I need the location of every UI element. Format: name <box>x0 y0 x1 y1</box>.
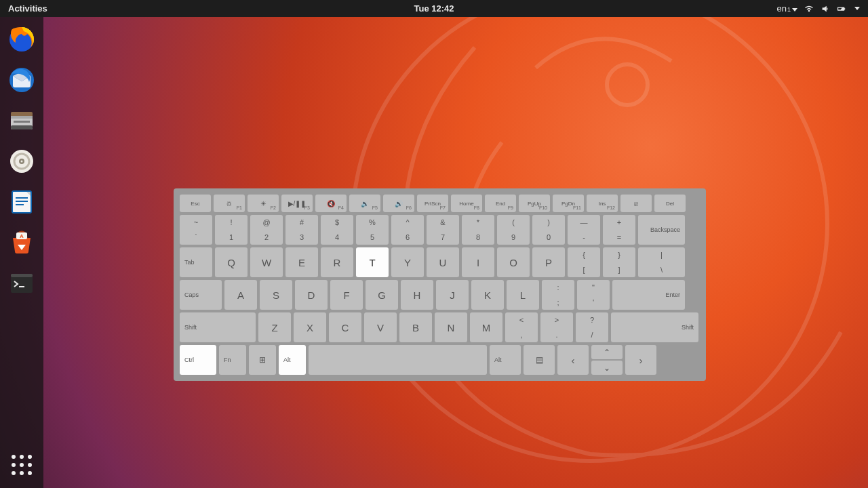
key-b[interactable]: B <box>399 312 432 342</box>
key-v[interactable]: V <box>364 312 397 342</box>
system-menu-chevron-icon[interactable] <box>854 7 860 10</box>
input-method-indicator[interactable]: en1 <box>777 3 797 14</box>
key-=[interactable]: += <box>603 215 635 245</box>
key-t[interactable]: T <box>356 247 389 277</box>
key-;[interactable]: :; <box>542 280 574 310</box>
dock-app-terminal[interactable] <box>6 268 37 299</box>
key-d[interactable]: D <box>295 280 328 310</box>
key-u[interactable]: U <box>427 247 459 277</box>
activities-button[interactable]: Activities <box>0 3 56 14</box>
key-n[interactable]: N <box>435 312 467 342</box>
key-menu[interactable]: ▤ <box>524 345 555 375</box>
key-,[interactable]: <, <box>505 312 538 342</box>
key-shift[interactable]: Shift <box>611 312 698 342</box>
key-r[interactable]: R <box>321 247 353 277</box>
key-arrow-right[interactable]: › <box>625 345 656 375</box>
key-a[interactable]: A <box>224 280 257 310</box>
svg-rect-21 <box>11 274 33 277</box>
key-fn13[interactable]: ⎚ <box>620 195 652 212</box>
key-7[interactable]: &7 <box>427 215 459 245</box>
dock-app-libreoffice-writer[interactable] <box>6 186 37 218</box>
dock-app-files[interactable] <box>6 105 37 136</box>
key-f4[interactable]: 🔇F4 <box>315 195 347 212</box>
key-x[interactable]: X <box>294 312 326 342</box>
key-ctrl-left[interactable]: Ctrl <box>180 345 216 375</box>
key-enter[interactable]: Enter <box>612 280 685 310</box>
key-j[interactable]: J <box>436 280 469 310</box>
key-z[interactable]: Z <box>258 312 291 342</box>
key-w[interactable]: W <box>250 247 283 277</box>
show-apps-button[interactable] <box>9 453 34 477</box>
key-end[interactable]: EndF9 <box>485 195 516 212</box>
key-prtscn[interactable]: PrtScnF7 <box>417 195 448 212</box>
key-e[interactable]: E <box>285 247 318 277</box>
key--[interactable]: —- <box>568 215 600 245</box>
svg-rect-7 <box>14 121 30 123</box>
key-space[interactable] <box>309 345 487 375</box>
key-pgup[interactable]: PgUpF10 <box>519 195 550 212</box>
key-2[interactable]: @2 <box>250 215 283 245</box>
key-6[interactable]: ^6 <box>391 215 424 245</box>
key-o[interactable]: O <box>497 247 530 277</box>
key-q[interactable]: Q <box>215 247 248 277</box>
volume-icon[interactable] <box>821 4 830 14</box>
key-'[interactable]: "' <box>577 280 610 310</box>
key-tab[interactable]: Tab <box>180 247 212 277</box>
svg-point-12 <box>21 161 23 163</box>
key-esc[interactable]: Esc <box>180 195 211 212</box>
dock-app-thunderbird[interactable] <box>6 64 37 96</box>
svg-rect-22 <box>19 286 24 287</box>
chevron-down-icon <box>792 8 797 12</box>
key-\[interactable]: |\ <box>638 247 685 277</box>
key-f6[interactable]: 🔊F6 <box>383 195 414 212</box>
key-s[interactable]: S <box>260 280 292 310</box>
key-h[interactable]: H <box>401 280 433 310</box>
key-9[interactable]: (9 <box>497 215 530 245</box>
key-g[interactable]: G <box>366 280 398 310</box>
svg-rect-8 <box>11 125 33 129</box>
key-8[interactable]: *8 <box>462 215 494 245</box>
key-c[interactable]: C <box>329 312 361 342</box>
key-i[interactable]: I <box>462 247 494 277</box>
key-5[interactable]: %5 <box>356 215 389 245</box>
key-arrow-down[interactable]: ⌄ <box>591 361 623 375</box>
key-home[interactable]: HomeF8 <box>451 195 482 212</box>
key-pgdn[interactable]: PgDnF11 <box>553 195 584 212</box>
key-f5[interactable]: 🔉F5 <box>349 195 380 212</box>
key-f1[interactable]: ⛭F1 <box>214 195 245 212</box>
key-[[interactable]: {[ <box>568 247 600 277</box>
key-k[interactable]: K <box>471 280 504 310</box>
key-arrow-up[interactable]: ⌃ <box>591 345 623 359</box>
key-][interactable]: }] <box>603 247 635 277</box>
network-icon[interactable] <box>804 4 814 14</box>
key-m[interactable]: M <box>470 312 502 342</box>
key-alt-right[interactable]: Alt <box>490 345 521 375</box>
clock[interactable]: Tue 12:42 <box>414 3 454 14</box>
dock-app-rhythmbox[interactable] <box>6 146 37 177</box>
key-p[interactable]: P <box>532 247 565 277</box>
key-`[interactable]: ~` <box>180 215 212 245</box>
key-0[interactable]: )0 <box>532 215 565 245</box>
key-1[interactable]: !1 <box>215 215 248 245</box>
key-shift[interactable]: Shift <box>180 312 256 342</box>
key-l[interactable]: L <box>507 280 539 310</box>
key-ins[interactable]: InsF12 <box>587 195 618 212</box>
dock-app-software[interactable]: A <box>6 227 37 258</box>
key-4[interactable]: $4 <box>321 215 353 245</box>
key-del[interactable]: Del <box>654 195 686 212</box>
key-f2[interactable]: ☀F2 <box>248 195 279 212</box>
key-f[interactable]: F <box>330 280 363 310</box>
battery-icon[interactable] <box>837 4 846 14</box>
key-y[interactable]: Y <box>391 247 424 277</box>
key-caps[interactable]: Caps <box>180 280 222 310</box>
key-backspace[interactable]: Backspace <box>638 215 685 245</box>
key-alt-left[interactable]: Alt <box>279 345 306 375</box>
dock-app-firefox[interactable] <box>6 24 37 55</box>
key-f3[interactable]: ▶/❚❚F3 <box>281 195 313 212</box>
key-3[interactable]: #3 <box>285 215 318 245</box>
key-super[interactable]: ⊞ <box>249 345 276 375</box>
key-fn[interactable]: Fn <box>219 345 246 375</box>
key-arrow-left[interactable]: ‹ <box>557 345 589 375</box>
key-/[interactable]: ?/ <box>576 312 608 342</box>
key-.[interactable]: >. <box>540 312 573 342</box>
